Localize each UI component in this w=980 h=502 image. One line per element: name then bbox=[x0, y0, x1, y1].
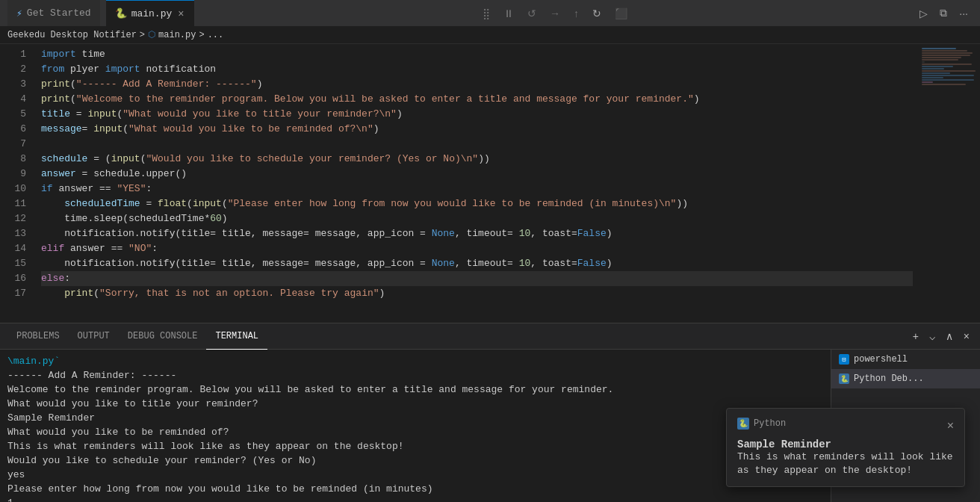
terminal-line-4: Sample Reminder bbox=[7, 411, 823, 425]
code-line-3: print("------ Add A Reminder: ------") bbox=[41, 77, 913, 92]
line-numbers: 1 2 3 4 5 6 7 8 9 10 11 12 13 14 15 16 1… bbox=[0, 44, 34, 323]
notification-python-label: Python bbox=[754, 418, 786, 429]
terminal-line-1: ------ Add A Reminder: ------ bbox=[7, 368, 823, 382]
powershell-label: powershell bbox=[854, 354, 908, 365]
python-debug-icon: 🐍 bbox=[839, 374, 849, 384]
get-started-icon: ⚡ bbox=[16, 7, 22, 19]
powershell-icon: ⊟ bbox=[839, 354, 849, 365]
tab-main[interactable]: 🐍 main.py × bbox=[106, 0, 195, 26]
editor-area: 1 2 3 4 5 6 7 8 9 10 11 12 13 14 15 16 1… bbox=[0, 44, 980, 323]
terminal-item-python[interactable]: 🐍 Python Deb... bbox=[831, 369, 980, 388]
notification-body: This is what reminders will look like as… bbox=[737, 450, 954, 477]
grid-icon[interactable]: ⣿ bbox=[478, 4, 494, 22]
terminal-line-5: What would you like to be reminded of? bbox=[7, 425, 823, 439]
breadcrumb-project[interactable]: Geekedu Desktop Notifier bbox=[7, 30, 137, 40]
split-editor-icon[interactable]: ⧉ bbox=[935, 4, 952, 22]
code-line-13: notification.notify(title= title, messag… bbox=[41, 226, 913, 241]
notification-header: 🐍 Python × bbox=[737, 418, 954, 434]
terminal-line-3: What would you like to title your remind… bbox=[7, 397, 823, 411]
python-file-icon: 🐍 bbox=[115, 7, 127, 19]
breadcrumb-sep1: > bbox=[140, 30, 145, 40]
terminal-line-9: Please enter how long from now you would… bbox=[7, 482, 823, 496]
split-terminal-button[interactable]: ⌵ bbox=[926, 329, 938, 344]
terminal-line-8: yes bbox=[7, 468, 823, 482]
tab-get-started-label: Get Started bbox=[27, 7, 91, 19]
code-line-4: print("Welcome to the reminder program. … bbox=[41, 92, 913, 107]
tab-close-button[interactable]: × bbox=[176, 6, 185, 21]
restart-button[interactable]: ↻ bbox=[588, 4, 606, 22]
terminal-line-2: Welcome to the reminder program. Below y… bbox=[7, 382, 823, 397]
maximize-panel-button[interactable]: ∧ bbox=[943, 329, 956, 344]
step-over-button[interactable]: → bbox=[545, 4, 565, 22]
notification-python-icon: 🐍 bbox=[737, 418, 749, 430]
code-line-8: schedule = (input("Would you like to sch… bbox=[41, 152, 913, 167]
tab-get-started[interactable]: ⚡ Get Started bbox=[7, 0, 100, 26]
code-line-9: answer = schedule.upper() bbox=[41, 167, 913, 182]
terminal-line-6: This is what reminders will look like as… bbox=[7, 439, 823, 453]
code-line-12: time.sleep(scheduledTime*60) bbox=[41, 211, 913, 226]
code-line-16: else: bbox=[41, 271, 913, 286]
tab-output[interactable]: OUTPUT bbox=[69, 323, 119, 350]
code-line-7 bbox=[41, 137, 913, 152]
terminal-line-10: 1 bbox=[7, 496, 823, 502]
code-line-5: title = input("What would you like to ti… bbox=[41, 107, 913, 122]
notification-source: 🐍 Python bbox=[737, 418, 786, 430]
panel-controls: + ⌵ ∧ × bbox=[910, 329, 973, 344]
breadcrumb-file-icon: ⬡ bbox=[148, 29, 155, 40]
toolbar-center: ⣿ ⏸ ↺ → ↑ ↻ ⬛ bbox=[478, 4, 632, 22]
code-line-2: from plyer import notification bbox=[41, 62, 913, 77]
breadcrumb-file[interactable]: main.py bbox=[158, 30, 196, 40]
stop-button[interactable]: ⬛ bbox=[610, 4, 632, 22]
code-line-14: elif answer == "NO": bbox=[41, 241, 913, 256]
terminal-output[interactable]: \main.py` ------ Add A Reminder: ------ … bbox=[0, 350, 831, 502]
title-bar: ⚡ Get Started 🐍 main.py × ⣿ ⏸ ↺ → ↑ ↻ ⬛ … bbox=[0, 0, 980, 26]
code-line-15: notification.notify(title= title, messag… bbox=[41, 256, 913, 271]
code-line-1: import time bbox=[41, 47, 913, 62]
notification-close-button[interactable]: × bbox=[947, 419, 954, 433]
terminal-path-line: \main.py` bbox=[7, 354, 823, 368]
title-bar-right: ▷ ⧉ ··· bbox=[915, 4, 973, 22]
python-debug-label: Python Deb... bbox=[854, 374, 924, 384]
run-icon[interactable]: ▷ bbox=[915, 4, 932, 22]
code-line-6: message= input("What would you like to b… bbox=[41, 122, 913, 137]
add-terminal-button[interactable]: + bbox=[910, 329, 922, 344]
reload-button[interactable]: ↺ bbox=[523, 4, 541, 22]
tab-main-label: main.py bbox=[131, 8, 173, 19]
step-up-button[interactable]: ↑ bbox=[569, 4, 583, 22]
tabs-area: ⚡ Get Started 🐍 main.py × bbox=[7, 0, 194, 26]
close-panel-button[interactable]: × bbox=[961, 329, 973, 344]
breadcrumb: Geekedu Desktop Notifier > ⬡ main.py > .… bbox=[0, 26, 980, 44]
tab-debug-console[interactable]: DEBUG CONSOLE bbox=[119, 323, 207, 350]
code-line-11: scheduledTime = float(input("Please ente… bbox=[41, 196, 913, 211]
terminal-line-7: Would you like to schedule your reminder… bbox=[7, 453, 823, 468]
notification-popup: 🐍 Python × Sample Reminder This is what … bbox=[726, 408, 965, 487]
panel-tabs: PROBLEMS OUTPUT DEBUG CONSOLE TERMINAL +… bbox=[0, 323, 980, 350]
more-actions-icon[interactable]: ··· bbox=[955, 4, 973, 22]
tab-problems[interactable]: PROBLEMS bbox=[7, 323, 69, 350]
tab-terminal[interactable]: TERMINAL bbox=[206, 323, 267, 350]
code-line-17: print("Sorry, that is not an option. Ple… bbox=[41, 286, 913, 301]
breadcrumb-sep2: > bbox=[199, 30, 204, 40]
code-line-10: if answer == "YES": bbox=[41, 182, 913, 196]
pause-button[interactable]: ⏸ bbox=[499, 4, 518, 22]
code-editor[interactable]: import time from plyer import notificati… bbox=[34, 44, 920, 323]
breadcrumb-dots[interactable]: ... bbox=[208, 30, 224, 40]
terminal-item-powershell[interactable]: ⊟ powershell bbox=[831, 350, 980, 369]
notification-title: Sample Reminder bbox=[737, 439, 954, 450]
minimap bbox=[920, 44, 980, 323]
